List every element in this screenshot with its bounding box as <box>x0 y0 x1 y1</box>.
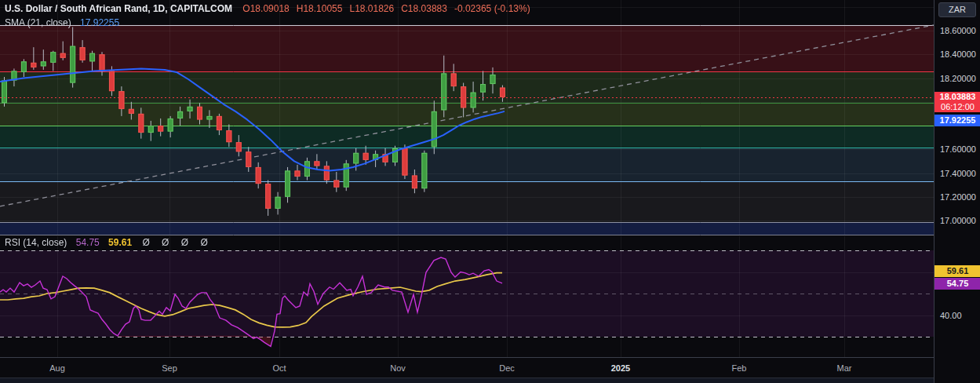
time-axis-month-label[interactable]: Sep <box>152 363 187 373</box>
low-value: L18.01826 <box>349 3 394 14</box>
time-axis-year-label[interactable]: 2025 <box>603 363 638 373</box>
time-axis-month-label[interactable]: Mar <box>827 363 862 373</box>
time-axis[interactable]: AugSepOctNovDec2025FebMar <box>0 357 980 378</box>
currency-toggle-button[interactable]: ZAR <box>938 2 976 17</box>
rsi-line-badge: 54.75 <box>934 278 980 290</box>
price-tick-label: 17.40000 <box>940 169 976 178</box>
last-price-value: 18.03883 <box>934 92 980 102</box>
price-tick-label: 17.60000 <box>940 144 976 154</box>
high-value: H18.10055 <box>297 3 343 14</box>
ohlc-readout: O18.09018H18.10055L18.01826C18.03883-0.0… <box>242 3 537 14</box>
price-tick-label: 17.20000 <box>940 192 976 202</box>
price-tick-label: 18.20000 <box>940 74 976 83</box>
sma-price-badge: 17.92255 <box>934 115 980 126</box>
change-value: -0.02365 (-0.13%) <box>454 3 530 14</box>
price-rsi-chart-canvas[interactable] <box>0 0 934 357</box>
bar-countdown: 06:12:00 <box>934 102 980 112</box>
close-value: C18.03883 <box>401 3 447 14</box>
rsi-ma-badge: 59.61 <box>934 265 980 277</box>
price-tick-label: 18.40000 <box>940 49 976 59</box>
sma-indicator-row[interactable]: SMA (21, close) 17.92255 <box>5 17 119 28</box>
time-axis-month-label[interactable]: Nov <box>381 363 415 373</box>
symbol-header[interactable]: U.S. Dollar / South African Rand, 1D, CA… <box>5 3 537 15</box>
price-axis[interactable]: ZAR 18.6000018.4000018.2000017.6000017.4… <box>934 0 980 383</box>
sma-indicator-value: 17.92255 <box>80 17 119 28</box>
rsi-indicator-label[interactable]: RSI (14, close) <box>5 237 67 248</box>
sma-indicator-label[interactable]: SMA (21, close) <box>5 17 71 28</box>
rsi-indicator-row[interactable]: RSI (14, close) 54.75 59.61 Ø Ø Ø Ø <box>5 237 213 248</box>
trading-chart-window: U.S. Dollar / South African Rand, 1D, CA… <box>0 0 980 383</box>
rsi-hidden-values: Ø Ø Ø Ø <box>142 237 212 248</box>
time-axis-month-label[interactable]: Feb <box>722 363 756 373</box>
rsi-value-yellow: 59.61 <box>108 237 132 248</box>
time-axis-month-label[interactable]: Dec <box>490 363 524 373</box>
time-axis-month-label[interactable]: Oct <box>262 363 297 373</box>
rsi-tick-label: 40.00 <box>940 311 962 320</box>
bottom-strip <box>0 378 980 383</box>
time-axis-month-label[interactable]: Aug <box>40 363 75 373</box>
rsi-value-purple: 54.75 <box>76 237 100 248</box>
open-value: O18.09018 <box>242 3 289 14</box>
symbol-title[interactable]: U.S. Dollar / South African Rand, 1D, CA… <box>5 3 232 14</box>
price-tick-label: 18.60000 <box>940 26 976 35</box>
price-tick-label: 17.00000 <box>940 216 976 225</box>
last-price-badge: 18.03883 06:12:00 <box>934 92 980 112</box>
